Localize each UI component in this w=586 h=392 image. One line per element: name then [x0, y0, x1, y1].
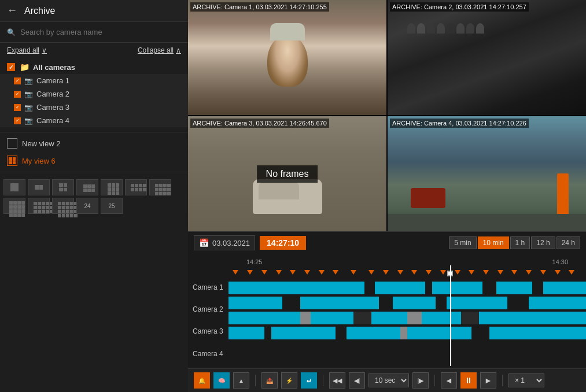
marker	[304, 270, 310, 275]
timeline-track-1[interactable]	[228, 282, 586, 294]
marker	[411, 270, 417, 275]
collapse-all-button[interactable]: Collapse all ∧	[138, 46, 181, 54]
camera4-checkbox[interactable]	[14, 117, 21, 124]
video-grid: ARCHIVE: Camera 1, 03.03.2021 14:27:10.2…	[188, 0, 586, 231]
layout-3x2[interactable]	[76, 179, 98, 195]
camera1-checkbox[interactable]	[14, 77, 21, 84]
active-view-icon	[7, 156, 17, 166]
layout-5x4[interactable]	[52, 198, 74, 214]
video-cell-1[interactable]: ARCHIVE: Camera 1, 03.03.2021 14:27:10.2…	[188, 0, 386, 115]
video-cell-4[interactable]: ARCHIVE: Camera 4, 03.03.2021 14:27:10.2…	[388, 116, 586, 231]
step-select[interactable]: 10 sec 5 sec 1 sec 1 min	[368, 373, 409, 387]
layout-4x2[interactable]	[125, 179, 147, 195]
date-display[interactable]: 📅 03.03.2021	[194, 235, 255, 250]
timeline-track-4[interactable]	[228, 327, 586, 339]
bottom-controls: 🔔 🧠 ▲ 📤 ⚡ ⇄ ◀◀ ◀| 10 sec 5 sec 1 sec 1 m…	[188, 368, 586, 392]
marker	[319, 270, 325, 275]
back-button[interactable]: ←	[7, 5, 17, 17]
marker	[333, 270, 338, 275]
video-label-1: ARCHIVE: Camera 1, 03.03.2021 14:27:10.2…	[190, 2, 329, 12]
alarm-button[interactable]: 🔔	[194, 372, 210, 389]
layout-2x2[interactable]	[52, 179, 74, 195]
markers-row	[228, 269, 586, 278]
divider-2	[0, 172, 188, 172]
timeline-tracks[interactable]: 14:25 14:30	[228, 256, 586, 366]
video-label-2: ARCHIVE: Camera 2, 03.03.2021 14:27:10.2…	[390, 2, 529, 12]
main-content: ARCHIVE: Camera 1, 03.03.2021 14:27:10.2…	[188, 0, 586, 392]
video-cell-3[interactable]: ARCHIVE: Camera 3, 03.03.2021 14:26:45.6…	[188, 116, 386, 231]
camera-icon: 📷	[24, 117, 33, 125]
speed-select[interactable]: × 1 × 2 × 4 × 0.5	[508, 373, 544, 387]
timeline-track-2[interactable]	[228, 297, 586, 309]
view-item-my-view6[interactable]: My view 6	[0, 152, 188, 169]
marker	[440, 270, 446, 275]
search-icon: 🔍	[7, 28, 16, 36]
separator-4	[502, 375, 503, 386]
frame-back-button[interactable]: ◀|	[349, 372, 365, 389]
step-back-button[interactable]: ◀◀	[329, 372, 345, 389]
layout-4x3[interactable]	[149, 179, 171, 195]
timeline-controls-top: 📅 03.03.2021 14:27:10 5 min 10 min 1 h 1…	[188, 231, 586, 254]
timeline-rows: Camera 1 Camera 2 Camera 3 Camera 4 14:2…	[188, 254, 586, 368]
pause-button[interactable]: ⏸	[460, 372, 477, 389]
chevron-up-icon: ∧	[176, 46, 181, 54]
timeline-area: 📅 03.03.2021 14:27:10 5 min 10 min 1 h 1…	[188, 231, 586, 392]
search-input[interactable]	[20, 28, 181, 36]
search-bar: 🔍	[0, 22, 188, 43]
marker	[368, 270, 374, 275]
marker	[261, 270, 267, 275]
layout-4x4[interactable]	[3, 198, 25, 214]
range-1h[interactable]: 1 h	[510, 236, 530, 249]
layout-3x3[interactable]	[101, 179, 123, 195]
tl-label-cam2: Camera 2	[193, 303, 224, 316]
sidebar-title: Archive	[24, 6, 55, 16]
camera-tree: 📁 All cameras 📷 Camera 1 📷 Camera 2 📷 Ca…	[0, 58, 188, 130]
marker	[233, 270, 238, 275]
timeline-track-3[interactable]	[228, 312, 586, 324]
marker	[483, 270, 489, 275]
video-cell-2[interactable]: ARCHIVE: Camera 2, 03.03.2021 14:27:10.2…	[388, 0, 586, 115]
all-cameras-checkbox[interactable]	[7, 63, 15, 71]
range-24h[interactable]: 24 h	[556, 236, 580, 249]
frame-forward-button[interactable]: |▶	[412, 372, 429, 389]
range-12h[interactable]: 12 h	[531, 236, 555, 249]
camera3-checkbox[interactable]	[14, 104, 21, 111]
camera-item-4[interactable]: 📷 Camera 4	[0, 114, 188, 127]
camera-item-1[interactable]: 📷 Camera 1	[0, 74, 188, 87]
marker	[569, 270, 574, 275]
marker	[540, 270, 546, 275]
all-cameras-item[interactable]: 📁 All cameras	[0, 60, 188, 74]
marker	[526, 270, 532, 275]
layout-25[interactable]: 25	[101, 198, 123, 214]
time-range-buttons: 5 min 10 min 1 h 12 h 24 h	[449, 236, 580, 249]
tl-label-cam4: Camera 4	[193, 347, 224, 360]
layout-2x1[interactable]	[28, 179, 50, 195]
video-label-4: ARCHIVE: Camera 4, 03.03.2021 14:27:10.2…	[390, 119, 529, 128]
camera2-checkbox[interactable]	[14, 91, 21, 98]
expand-up-button[interactable]: ▲	[233, 372, 249, 389]
camera-item-2[interactable]: 📷 Camera 2	[0, 87, 188, 101]
export-button[interactable]: 📤	[261, 372, 278, 389]
range-5min[interactable]: 5 min	[449, 236, 476, 249]
expand-all-button[interactable]: Expand all ∨	[7, 46, 47, 54]
prev-chunk-button[interactable]: ◄	[441, 372, 457, 389]
ai-button[interactable]: 🧠	[213, 372, 230, 389]
camera-icon: 📷	[24, 77, 33, 85]
camera-icon: 📷	[24, 90, 33, 98]
layout-24[interactable]: 24	[76, 198, 98, 214]
range-10min[interactable]: 10 min	[478, 236, 509, 249]
lightning-button[interactable]: ⚡	[281, 372, 297, 389]
sync-button[interactable]: ⇄	[301, 372, 317, 389]
marker	[351, 270, 356, 275]
playhead[interactable]	[450, 265, 451, 366]
marker	[290, 270, 296, 275]
view-item-new-view2[interactable]: New view 2	[0, 135, 188, 152]
view-icon	[7, 138, 17, 149]
next-chunk-button[interactable]: ►	[480, 372, 496, 389]
camera-item-3[interactable]: 📷 Camera 3	[0, 101, 188, 114]
time-display: 14:27:10	[260, 236, 306, 250]
marker	[469, 270, 474, 275]
separator-2	[323, 375, 323, 386]
layout-5x3[interactable]	[28, 198, 50, 214]
layout-1x1[interactable]	[3, 179, 25, 195]
